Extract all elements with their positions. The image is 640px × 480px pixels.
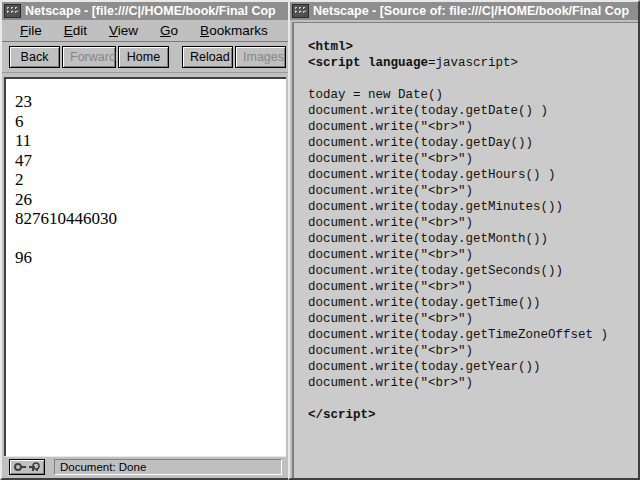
output-line: 96	[15, 248, 286, 268]
broken-key-glyph	[14, 462, 40, 472]
source-line: document.write("<br>")	[308, 279, 638, 295]
output-line: 11	[15, 131, 286, 151]
page-output: 2361147226827610446030 96	[4, 77, 286, 456]
output-line	[15, 229, 286, 249]
source-line: document.write("<br>")	[308, 183, 638, 199]
source-line: <script language=javascript>	[308, 55, 638, 71]
source-line: document.write(today.getTime())	[308, 295, 638, 311]
output-line: 47	[15, 151, 286, 171]
reload-button[interactable]: Reload	[182, 46, 233, 68]
source-line	[308, 391, 638, 407]
output-line: 6	[15, 112, 286, 132]
source-view: <html><script language=javascript> today…	[292, 22, 638, 478]
menu-item-edit[interactable]: Edit	[54, 21, 97, 40]
source-line: document.write("<br>")	[308, 311, 638, 327]
source-line: document.write("<br>")	[308, 343, 638, 359]
security-key-icon[interactable]	[9, 459, 45, 475]
source-line: document.write("<br>")	[308, 247, 638, 263]
status-text: Document: Done	[54, 459, 282, 475]
toolbar: BackForwardHomeReloadImages	[2, 42, 288, 73]
source-line: document.write(today.getDay())	[308, 135, 638, 151]
menu-item-view[interactable]: View	[99, 21, 148, 40]
home-button[interactable]: Home	[118, 46, 169, 68]
back-button[interactable]: Back	[9, 46, 60, 68]
menu-item-file[interactable]: File	[10, 21, 52, 40]
source-window-title: Netscape - [Source of: file:///C|/HOME/b…	[313, 4, 629, 18]
source-line: document.write(today.getMonth())	[308, 231, 638, 247]
browser-window-title: Netscape - [file:///C|/HOME/book/Final C…	[25, 4, 276, 18]
source-line	[308, 71, 638, 87]
source-line: document.write(today.getSeconds())	[308, 263, 638, 279]
source-line: document.write("<br>")	[308, 119, 638, 135]
output-line: 26	[15, 190, 286, 210]
source-window: Netscape - [Source of: file:///C|/HOME/b…	[288, 0, 640, 480]
source-line: document.write(today.getDate() )	[308, 103, 638, 119]
source-line: document.write("<br>")	[308, 215, 638, 231]
browser-window: Netscape - [file:///C|/HOME/book/Final C…	[0, 0, 290, 480]
browser-title-bar[interactable]: Netscape - [file:///C|/HOME/book/Final C…	[2, 2, 288, 20]
output-line: 23	[15, 92, 286, 112]
output-line: 827610446030	[15, 209, 286, 229]
source-line: document.write("<br>")	[308, 375, 638, 391]
source-line: <html>	[308, 39, 638, 55]
source-line: document.write(today.getHours() )	[308, 167, 638, 183]
source-line: today = new Date()	[308, 87, 638, 103]
forward-button[interactable]: Forward	[62, 46, 116, 68]
source-line: document.write(today.getYear())	[308, 359, 638, 375]
status-bar: Document: Done	[4, 456, 286, 476]
source-line: document.write(today.getTimeZoneOffset )	[308, 327, 638, 343]
source-title-bar[interactable]: Netscape - [Source of: file:///C|/HOME/b…	[290, 2, 638, 20]
output-line: 2	[15, 170, 286, 190]
menu-item-go[interactable]: Go	[150, 21, 188, 40]
source-line: document.write("<br>")	[308, 151, 638, 167]
source-line: </script>	[308, 407, 638, 423]
images-button[interactable]: Images	[235, 46, 286, 68]
menu-bar: FileEditViewGoBookmarksOptions	[2, 20, 288, 42]
source-line: document.write(today.getMinutes())	[308, 199, 638, 215]
netscape-icon	[4, 4, 21, 18]
netscape-icon	[292, 4, 309, 18]
menu-item-bookmarks[interactable]: Bookmarks	[190, 21, 278, 40]
